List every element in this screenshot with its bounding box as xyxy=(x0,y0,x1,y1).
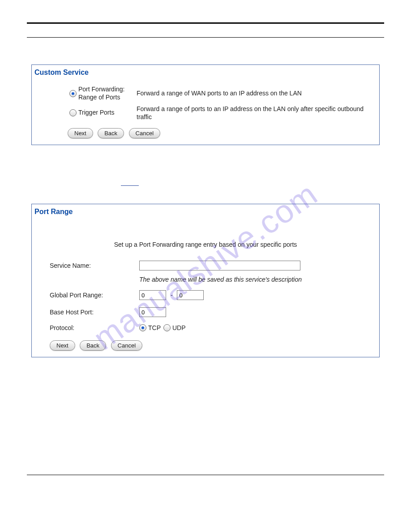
button-row: Next Back Cancel xyxy=(32,335,379,357)
option-trigger-ports[interactable]: Trigger Ports Forward a range of ports t… xyxy=(32,103,379,123)
port-range-intro: Set up a Port Forwarding range entry bas… xyxy=(32,223,379,257)
cancel-button[interactable]: Cancel xyxy=(111,340,142,351)
option-description: Forward a range of WAN ports to an IP ad… xyxy=(137,89,379,97)
global-port-from-input[interactable] xyxy=(139,290,166,300)
top-rule-thick xyxy=(27,22,384,24)
bottom-rule xyxy=(27,475,384,475)
next-button[interactable]: Next xyxy=(68,128,93,138)
back-button[interactable]: Back xyxy=(98,128,124,138)
custom-service-panel: Custom Service Port Forwarding: Range of… xyxy=(31,64,380,145)
global-port-range-label: Global Port Range: xyxy=(32,292,139,299)
service-name-label: Service Name: xyxy=(32,262,139,269)
radio-icon[interactable] xyxy=(139,324,146,331)
service-name-hint: The above name will be saved as this ser… xyxy=(32,274,379,287)
port-range-title: Port Range xyxy=(32,204,379,223)
link-underline xyxy=(121,185,139,186)
radio-icon[interactable] xyxy=(163,324,171,331)
custom-service-title: Custom Service xyxy=(32,65,379,84)
base-host-port-label: Base Host Port: xyxy=(32,309,139,316)
option-port-forwarding[interactable]: Port Forwarding: Range of Ports Forward … xyxy=(32,84,379,103)
radio-icon[interactable] xyxy=(69,90,77,97)
cancel-button[interactable]: Cancel xyxy=(129,128,160,138)
option-label: Port Forwarding: Range of Ports xyxy=(78,86,137,101)
option-description: Forward a range of ports to an IP addres… xyxy=(137,105,379,121)
radio-icon[interactable] xyxy=(69,109,77,116)
next-button[interactable]: Next xyxy=(50,340,75,351)
top-rule-thin xyxy=(27,37,384,38)
service-name-input[interactable] xyxy=(139,261,300,270)
option-label: Trigger Ports xyxy=(78,109,137,117)
udp-label: UDP xyxy=(172,324,186,331)
back-button[interactable]: Back xyxy=(80,340,106,351)
port-range-panel: Port Range Set up a Port Forwarding rang… xyxy=(31,204,380,357)
base-host-port-input[interactable] xyxy=(139,307,166,317)
range-dash: - xyxy=(171,292,173,299)
button-row: Next Back Cancel xyxy=(32,123,379,145)
protocol-label: Protocol: xyxy=(32,324,139,331)
tcp-label: TCP xyxy=(148,324,161,331)
global-port-to-input[interactable] xyxy=(177,290,204,300)
